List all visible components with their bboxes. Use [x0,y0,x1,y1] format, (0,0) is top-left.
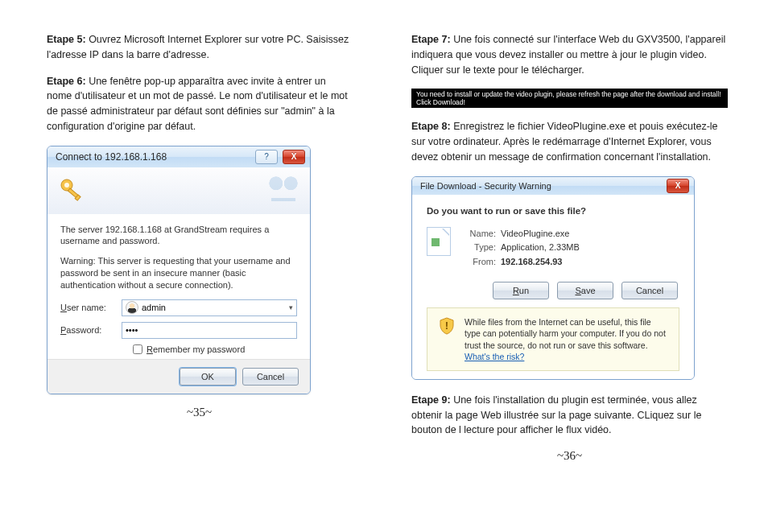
close-icon: X [291,152,297,161]
password-row: Password: [60,322,297,339]
step8-text: Enregistrez le fichier VideoPlugine.exe … [411,121,718,163]
step-9: Etape 9: Une fois l'installation du plug… [411,393,728,438]
keys-icon [57,175,88,206]
step5-text: Ouvrez Microsoft Internet Explorer sur v… [47,34,349,60]
step6-label: Etape 6: [47,76,86,87]
name-value: VideoPlugine.exe [501,227,569,241]
auth-footer: OK Cancel [47,359,310,394]
username-input[interactable] [142,303,289,312]
dl-titlebar[interactable]: File Download - Security Warning X [412,177,694,195]
step7-label: Etape 7: [411,34,451,45]
auth-dialog: Connect to 192.168.1.168 ? X The server … [47,146,311,394]
auth-title: Connect to 192.168.1.168 [56,151,255,163]
help-icon: ? [264,152,269,161]
warning-text: While files from the Internet can be use… [465,316,669,362]
dl-body: Do you want to run or save this file? Na… [412,195,694,379]
name-key: Name: [462,227,496,241]
from-key: From: [462,255,496,270]
step5-label: Etape 5: [47,34,86,45]
whats-the-risk-link[interactable]: What's the risk? [465,352,524,361]
remember-checkbox[interactable] [133,344,142,354]
step6-text: Une fenêtre pop-up apparaîtra avec invit… [47,76,348,132]
download-dialog: File Download - Security Warning X Do yo… [411,176,695,380]
password-field[interactable] [122,322,297,339]
remember-row[interactable]: Remember my password [133,344,297,354]
svg-point-1 [64,183,69,188]
plugin-banner[interactable]: You need to install or update the video … [411,89,728,108]
ok-button[interactable]: OK [180,368,236,386]
remember-label: Remember my password [147,344,245,354]
password-input[interactable] [126,325,293,335]
svg-text:!: ! [445,320,448,332]
dl-title: File Download - Security Warning [420,181,667,191]
save-button[interactable]: Save [557,282,613,299]
run-button[interactable]: Run [493,282,549,299]
security-warning: ! While files from the Internet can be u… [427,307,679,371]
header-decoration-icon [265,172,302,209]
auth-body: The server 192.168.1.168 at GrandStream … [47,214,310,359]
step-6: Etape 6: Une fenêtre pop-up apparaîtra a… [47,74,352,134]
from-value: 192.168.254.93 [501,255,562,270]
step8-label: Etape 8: [411,121,451,132]
auth-line2: Warning: This server is requesting that … [60,255,297,291]
user-icon [126,301,138,314]
step-5: Etape 5: Ouvrez Microsoft Internet Explo… [47,32,352,63]
step7-text: Une fois connecté sur l'interface Web du… [411,34,725,76]
step-8: Etape 8: Enregistrez le fichier VideoPlu… [411,119,728,164]
step-7: Etape 7: Une fois connecté sur l'interfa… [411,32,728,77]
password-label: Password: [60,325,122,335]
file-icon [427,227,451,256]
chevron-down-icon[interactable]: ▾ [289,303,293,311]
auth-line1: The server 192.168.1.168 at GrandStream … [60,224,297,248]
dl-question: Do you want to run or save this file? [427,206,679,216]
warning-body: While files from the Internet can be use… [465,317,666,349]
type-value: Application, 2.33MB [501,241,580,255]
page-number-left: ~35~ [47,406,352,419]
file-kv: Name:VideoPlugine.exe Type:Application, … [462,227,580,270]
file-info: Name:VideoPlugine.exe Type:Application, … [427,227,679,270]
username-row: User name: ▾ [60,299,297,316]
right-page: Etape 7: Une fois connecté sur l'interfa… [384,0,768,532]
step9-text: Une fois l'installation du plugin est te… [411,394,701,436]
dl-cancel-button[interactable]: Cancel [621,282,678,299]
close-icon: X [675,181,681,190]
page-number-right: ~36~ [411,449,728,463]
dl-close-button[interactable]: X [667,179,689,193]
username-label: User name: [60,303,122,312]
help-button[interactable]: ? [255,150,278,164]
step9-label: Etape 9: [411,394,451,406]
cancel-button[interactable]: Cancel [242,368,299,386]
username-field[interactable]: ▾ [122,299,297,316]
close-button[interactable]: X [283,150,305,164]
auth-titlebar[interactable]: Connect to 192.168.1.168 ? X [47,146,310,167]
type-key: Type: [462,241,496,255]
dl-buttons: Run Save Cancel [427,282,678,299]
shield-icon: ! [437,316,456,336]
auth-header-graphic [47,167,310,214]
left-page: Etape 5: Ouvrez Microsoft Internet Explo… [0,0,384,532]
